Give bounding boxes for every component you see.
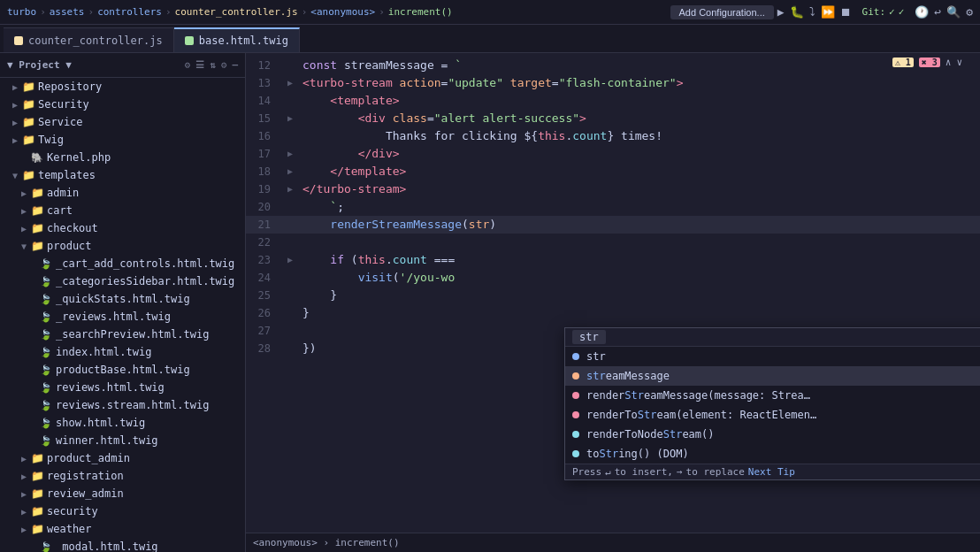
- file-tree: ▶📁Repository▶📁Security▶📁Service▶📁Twig🐘Ke…: [0, 78, 245, 552]
- ac-item[interactable]: renderStreamMessage(message: Strea…void: [565, 386, 980, 405]
- search-icon[interactable]: 🔍: [946, 5, 961, 19]
- ac-dot-icon: [572, 431, 579, 438]
- tree-icon: 🍃: [39, 382, 53, 394]
- sidebar-item[interactable]: ▶📁review_admin: [0, 485, 245, 502]
- tree-icon: 📁: [30, 452, 44, 464]
- line-number: 16: [246, 127, 281, 145]
- sidebar-item-label: reviews.html.twig: [56, 381, 165, 394]
- clock-icon[interactable]: 🕐: [915, 5, 929, 19]
- tree-icon: 📁: [30, 204, 44, 217]
- autocomplete-popup[interactable]: str <strong>...</strong> strstreamMessag…: [564, 327, 980, 480]
- sidebar-item-label: _categoriesSidebar.html.twig: [56, 275, 234, 288]
- project-title[interactable]: ▼ Project ▼: [7, 59, 72, 71]
- settings-icon[interactable]: ⚙: [966, 5, 973, 19]
- sidebar-item[interactable]: 🍃reviews.html.twig: [0, 379, 245, 396]
- breadcrumb-anon[interactable]: <anonymous>: [310, 6, 375, 18]
- sidebar-item[interactable]: ▶📁checkout: [0, 219, 245, 237]
- line-content: if (this.count ===: [299, 251, 980, 269]
- tab-counter-controller[interactable]: counter_controller.js: [4, 27, 174, 52]
- sidebar-item[interactable]: ▶📁Security: [0, 96, 245, 113]
- sidebar-item[interactable]: 🍃_quickStats.html.twig: [0, 290, 245, 308]
- ac-item-name: str: [586, 350, 980, 363]
- sidebar-header-icons: ⚙ ☰ ⇅ ⚙ —: [185, 59, 239, 71]
- code-line: 25 }: [246, 287, 980, 304]
- line-number: 21: [246, 216, 281, 234]
- layout-icon[interactable]: ☰: [195, 59, 204, 71]
- sidebar-item[interactable]: 🍃winner.html.twig: [0, 432, 245, 449]
- tree-icon: 🍃: [39, 311, 53, 323]
- breadcrumb-assets[interactable]: assets: [50, 6, 85, 18]
- sidebar-item[interactable]: ▼📁templates: [0, 166, 245, 184]
- sidebar-item-label: _searchPreview.html.twig: [56, 328, 209, 341]
- sidebar-item[interactable]: ▶📁Twig: [0, 131, 245, 149]
- breadcrumb-fn[interactable]: increment(): [388, 6, 453, 18]
- ac-item[interactable]: streamMessagestring: [565, 366, 980, 386]
- close-icon[interactable]: —: [232, 59, 238, 71]
- sidebar-item[interactable]: ▶📁security: [0, 502, 245, 520]
- undo-icon[interactable]: ↩: [934, 5, 941, 19]
- ac-item[interactable]: renderToStream(element: ReactElemen…any: [565, 405, 980, 425]
- debug-icon[interactable]: 🐛: [790, 5, 804, 19]
- sidebar-item[interactable]: 🐘Kernel.php: [0, 149, 245, 166]
- sidebar-item-label: admin: [47, 187, 79, 199]
- code-area[interactable]: ⚠ 1 ✖ 3 ∧ ∨ 12const streamMessage = `13▶…: [246, 53, 980, 552]
- ac-press-text: Press: [572, 466, 601, 478]
- tree-icon: 🍃: [39, 418, 53, 429]
- ac-header: str <strong>...</strong>: [565, 328, 980, 347]
- sidebar-item[interactable]: 🍃_categoriesSidebar.html.twig: [0, 272, 245, 290]
- run-icon[interactable]: ▶: [777, 5, 785, 19]
- sidebar-item[interactable]: 🍃show.html.twig: [0, 414, 245, 432]
- add-configuration-button[interactable]: Add Configuration...: [670, 5, 774, 19]
- line-gutter: ▶: [281, 180, 299, 198]
- sidebar-item-label: Repository: [38, 80, 102, 93]
- ac-item-name: renderToStream(element: ReactElemen…: [586, 409, 980, 421]
- tree-icon: 🍃: [39, 329, 53, 341]
- sidebar-item[interactable]: ▶📁Repository: [0, 78, 245, 96]
- ac-item[interactable]: renderToNodeStream(): [565, 425, 980, 444]
- sidebar-item[interactable]: ▶📁cart: [0, 202, 245, 219]
- ac-item-name: streamMessage: [586, 370, 980, 382]
- sidebar-item[interactable]: ▶📁weather: [0, 520, 245, 538]
- code-line: 22: [246, 234, 980, 251]
- code-scroll[interactable]: 12const streamMessage = `13▶<turbo-strea…: [246, 53, 980, 533]
- sidebar-item[interactable]: 🍃_cart_add_controls.html.twig: [0, 255, 245, 272]
- tree-arrow-icon: ▶: [18, 188, 30, 198]
- sidebar-item[interactable]: 🍃index.html.twig: [0, 343, 245, 361]
- tree-icon: 📁: [21, 80, 35, 93]
- line-content: visit('/you-wo: [299, 269, 980, 287]
- sidebar-item[interactable]: 🍃reviews.stream.html.twig: [0, 396, 245, 414]
- ac-item[interactable]: str: [565, 347, 980, 366]
- sidebar-item[interactable]: ▶📁registration: [0, 467, 245, 485]
- resume-icon[interactable]: ⏩: [821, 5, 835, 19]
- sidebar-item[interactable]: 🍃_reviews.html.twig: [0, 308, 245, 326]
- sidebar-item[interactable]: 🍃productBase.html.twig: [0, 361, 245, 379]
- breadcrumb-turbo[interactable]: turbo: [7, 6, 36, 18]
- line-number: 18: [246, 163, 281, 180]
- sidebar-item[interactable]: 🍃_modal.html.twig: [0, 538, 245, 552]
- line-content: }: [299, 304, 980, 322]
- sep2: ›: [88, 6, 95, 18]
- settings-icon[interactable]: ⚙: [185, 59, 191, 71]
- breadcrumb-file[interactable]: counter_controller.js: [175, 6, 298, 18]
- step-over-icon[interactable]: ⤵: [809, 5, 815, 19]
- line-content: `;: [299, 198, 980, 216]
- sidebar-item[interactable]: ▼📁product: [0, 237, 245, 255]
- ac-item[interactable]: toString() (DOM)string: [565, 444, 980, 464]
- tab-base-html-twig[interactable]: base.html.twig: [174, 27, 300, 52]
- sidebar-item[interactable]: ▶📁admin: [0, 184, 245, 202]
- line-gutter: ▶: [281, 74, 299, 92]
- line-number: 22: [246, 234, 281, 251]
- tree-icon: 📁: [30, 222, 44, 234]
- options-icon[interactable]: ⚙: [221, 59, 227, 71]
- tree-icon: 🍃: [39, 294, 53, 305]
- sidebar-item[interactable]: 🍃_searchPreview.html.twig: [0, 326, 245, 343]
- sort-icon[interactable]: ⇅: [210, 59, 216, 71]
- tree-icon: 🍃: [39, 541, 53, 553]
- sidebar-item[interactable]: ▶📁product_admin: [0, 449, 245, 467]
- sidebar-item[interactable]: ▶📁Service: [0, 113, 245, 131]
- stop-icon[interactable]: ⏹: [840, 5, 852, 19]
- sep1: ›: [40, 6, 46, 18]
- breadcrumb-controllers[interactable]: controllers: [97, 6, 162, 18]
- ac-next-tip[interactable]: Next Tip: [748, 466, 795, 478]
- tree-icon: 🐘: [30, 152, 44, 164]
